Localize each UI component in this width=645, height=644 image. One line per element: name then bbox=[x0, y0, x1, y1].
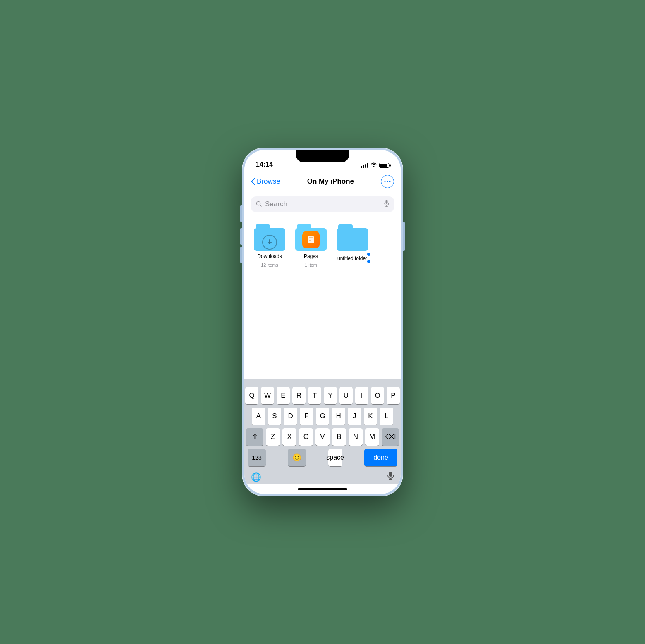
svg-point-1 bbox=[387, 181, 388, 182]
key-t[interactable]: T bbox=[308, 387, 321, 404]
key-f[interactable]: F bbox=[300, 408, 313, 425]
svg-rect-12 bbox=[389, 472, 392, 477]
svg-point-0 bbox=[385, 181, 386, 182]
wifi-icon bbox=[370, 162, 377, 168]
keyboard-row-bottom: 123 🙂 space done bbox=[246, 449, 399, 466]
keyboard-rows: Q W E R T Y U I O P A S D F G bbox=[244, 384, 401, 468]
backspace-key[interactable]: ⌫ bbox=[382, 428, 399, 446]
keyboard: Q W E R T Y U I O P A S D F G bbox=[244, 379, 401, 484]
folder-name-input[interactable] bbox=[336, 255, 369, 262]
space-key[interactable]: space bbox=[328, 449, 342, 466]
globe-icon[interactable]: 🌐 bbox=[251, 472, 261, 482]
search-bar[interactable]: Search bbox=[251, 196, 394, 212]
battery-icon bbox=[379, 163, 389, 168]
svg-rect-8 bbox=[308, 236, 314, 243]
download-circle-icon bbox=[262, 235, 277, 250]
emoji-key[interactable]: 🙂 bbox=[288, 449, 306, 466]
key-w[interactable]: W bbox=[261, 387, 274, 404]
key-b[interactable]: B bbox=[332, 428, 346, 446]
selection-handle-bottom bbox=[367, 260, 370, 263]
key-n[interactable]: N bbox=[349, 428, 363, 446]
key-o[interactable]: O bbox=[371, 387, 384, 404]
svg-line-4 bbox=[260, 205, 262, 206]
key-e[interactable]: E bbox=[277, 387, 290, 404]
key-z[interactable]: Z bbox=[266, 428, 280, 446]
page-title: On My iPhone bbox=[307, 177, 354, 186]
key-c[interactable]: C bbox=[299, 428, 313, 446]
keyboard-top-strip bbox=[244, 379, 401, 384]
signal-icon bbox=[361, 163, 368, 168]
key-q[interactable]: Q bbox=[245, 387, 258, 404]
selection-handle-top bbox=[367, 253, 370, 256]
pages-folder-icon bbox=[295, 224, 327, 251]
folder-untitled[interactable] bbox=[334, 224, 371, 267]
key-a[interactable]: A bbox=[252, 408, 265, 425]
key-r[interactable]: R bbox=[292, 387, 306, 404]
home-bar bbox=[298, 488, 347, 490]
svg-point-2 bbox=[389, 181, 391, 182]
phone-screen: 14:14 bbox=[244, 150, 401, 494]
keyboard-row-3: ⇧ Z X C V B N M ⌫ bbox=[246, 428, 399, 446]
back-button[interactable]: Browse bbox=[251, 177, 280, 186]
untitled-folder-icon bbox=[337, 224, 368, 251]
key-h[interactable]: H bbox=[332, 408, 345, 425]
phone-frame: 14:14 bbox=[242, 148, 403, 496]
downloads-folder-count: 12 items bbox=[261, 262, 278, 267]
folder-name-editing[interactable] bbox=[336, 254, 369, 262]
more-button[interactable] bbox=[381, 175, 394, 188]
search-placeholder: Search bbox=[265, 200, 381, 208]
key-k[interactable]: K bbox=[364, 408, 377, 425]
downloads-folder-icon bbox=[254, 224, 285, 251]
navigation-bar: Browse On My iPhone bbox=[244, 171, 401, 192]
key-y[interactable]: Y bbox=[324, 387, 337, 404]
key-s[interactable]: S bbox=[268, 408, 282, 425]
key-v[interactable]: V bbox=[315, 428, 330, 446]
pages-app-icon bbox=[302, 231, 320, 248]
key-u[interactable]: U bbox=[339, 387, 353, 404]
key-d[interactable]: D bbox=[284, 408, 297, 425]
done-key[interactable]: done bbox=[364, 449, 397, 466]
folders-grid: Downloads 12 items bbox=[244, 216, 401, 272]
folder-downloads[interactable]: Downloads 12 items bbox=[251, 224, 288, 267]
downloads-folder-name: Downloads bbox=[257, 253, 282, 260]
status-bar: 14:14 bbox=[244, 150, 401, 171]
key-g[interactable]: G bbox=[316, 408, 330, 425]
pages-folder-count: 1 item bbox=[305, 262, 317, 267]
shift-key[interactable]: ⇧ bbox=[246, 428, 263, 446]
content-area: Search bbox=[244, 192, 401, 379]
numbers-key[interactable]: 123 bbox=[248, 449, 266, 466]
mic-icon[interactable] bbox=[384, 200, 389, 209]
svg-rect-5 bbox=[386, 200, 388, 204]
key-i[interactable]: I bbox=[355, 387, 368, 404]
keyboard-bottom: 🌐 bbox=[244, 468, 401, 484]
back-label: Browse bbox=[257, 177, 280, 186]
home-indicator bbox=[244, 484, 401, 494]
status-icons bbox=[361, 162, 389, 168]
notch bbox=[296, 150, 349, 162]
key-x[interactable]: X bbox=[282, 428, 296, 446]
key-m[interactable]: M bbox=[365, 428, 379, 446]
key-l[interactable]: L bbox=[380, 408, 393, 425]
search-icon bbox=[256, 201, 262, 208]
folder-pages[interactable]: Pages 1 item bbox=[292, 224, 330, 267]
status-time: 14:14 bbox=[256, 161, 273, 168]
pages-folder-name: Pages bbox=[304, 253, 318, 260]
key-j[interactable]: J bbox=[348, 408, 361, 425]
keyboard-row-1: Q W E R T Y U I O P bbox=[246, 387, 399, 404]
keyboard-row-2: A S D F G H J K L bbox=[246, 408, 399, 425]
key-p[interactable]: P bbox=[387, 387, 400, 404]
keyboard-mic-icon[interactable] bbox=[387, 471, 394, 482]
